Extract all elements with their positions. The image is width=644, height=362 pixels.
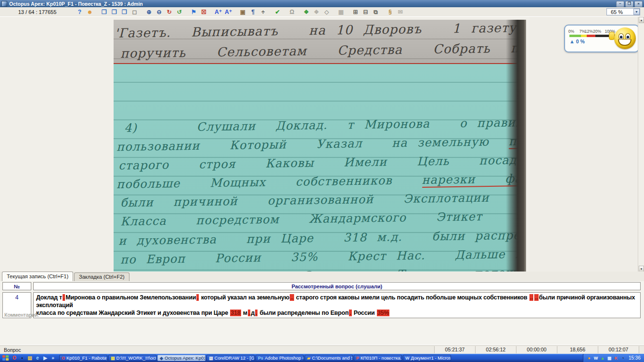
handwriting-text: были причиной организованной Эксплотации [120, 191, 489, 210]
display-tray-icon[interactable]: ▦ [606, 356, 612, 361]
paragraph-icon[interactable]: ¶ [249, 8, 257, 16]
taskbar-button-label: Kp010_F1 - Rabotayd... [66, 355, 107, 361]
snapshot-icon[interactable]: ▣ [239, 8, 247, 16]
uncertain-text: .. [529, 294, 534, 301]
tray-icons: ●W▲▦K◔ [586, 356, 626, 361]
taskbar-button[interactable]: ▧CorelDRAW 12 - [Grap... [206, 355, 255, 361]
question-text-cell[interactable]: Доклад т.Миронова о правильном Землеполь… [33, 292, 641, 318]
tab-current-record[interactable]: Текущая запись (Ctrl+F1) [2, 272, 73, 281]
messenger-tray-icon[interactable]: ● [586, 356, 592, 361]
smiley-icon [614, 27, 636, 49]
toolbar-separator [140, 8, 144, 16]
spring-icon[interactable]: § [386, 8, 394, 16]
zoom-out-icon[interactable]: ⊖ [155, 8, 163, 16]
toolbar-separator [332, 8, 336, 16]
taskbar-button[interactable]: ◈Octopus Apex: Kp010... [157, 355, 206, 361]
taskbar: O▪▤e▶» OKp010_F1 - Rabotayd...▤D:\!!!_WO… [0, 354, 644, 362]
uncertain-text: .. [534, 294, 539, 301]
transcribed-text: д [251, 310, 255, 316]
transcribed-text: класса по средствам Жандарский Этикет и … [36, 310, 230, 316]
tag-gray-icon[interactable]: ❖ [312, 8, 321, 16]
clock[interactable]: 15:36 [629, 355, 641, 361]
chevron-icon[interactable]: » [50, 355, 56, 361]
scanned-document[interactable]: 'Газетъ. Выписыватъ на 10 Дворовъ 1 газе… [114, 20, 526, 272]
add-record-icon[interactable]: ⊞ [351, 8, 360, 16]
ink-bottle-icon[interactable]: ◻ [130, 8, 139, 16]
word-tray-icon[interactable]: W [593, 356, 599, 361]
taskbar-button[interactable]: WДокумент1 - Microsof... [403, 355, 451, 361]
doc-back-icon[interactable]: ❐ [100, 8, 108, 16]
scale-bar-segment [581, 35, 587, 37]
restore-button[interactable]: ❐ [625, 1, 633, 7]
status-timer-cell: 00:00:00 [516, 346, 557, 353]
error-marker-value: 0 % [576, 39, 585, 44]
close-button[interactable]: × [634, 1, 643, 7]
transcribed-text: были распределены по Европ [258, 310, 348, 316]
scroll-up-icon[interactable]: ▲ [639, 17, 644, 23]
taskbar-button-icon: Ps [258, 356, 263, 361]
record-tabs: Текущая запись (Ctrl+F1) Закладка (Ctrl+… [0, 272, 644, 281]
task-buttons: OKp010_F1 - Rabotayd...▤D:\!!!_WORK_!!!\… [59, 355, 451, 361]
archive-icon[interactable]: ▤ [26, 355, 33, 361]
window-controls: −❐× [616, 1, 643, 7]
rotate-icon[interactable]: ↻ [165, 8, 173, 16]
refresh-image-icon[interactable]: ↺ [175, 8, 183, 16]
zoom-in-icon[interactable]: ⊕ [145, 8, 153, 16]
scale-tick-label: 20% [593, 29, 601, 34]
split-row-icon[interactable]: ÷ [259, 8, 267, 16]
image-disabled-icon[interactable]: ▦ [337, 8, 345, 16]
quick-launch: O▪▤e▶» [11, 355, 57, 361]
doc-export-icon[interactable]: ❐ [120, 8, 129, 16]
taskbar-button[interactable]: ▤D:\!!!_WORK_!!!\octo... [108, 355, 156, 361]
handwriting-line: поручить Сельсоветам Средства Собрать по… [120, 39, 526, 61]
opera-icon[interactable]: O [11, 355, 18, 361]
help-icon[interactable]: ? [76, 8, 84, 16]
scale-tick-label: 0% [568, 29, 574, 34]
remove-user-icon[interactable]: ☒ [200, 8, 208, 16]
transcribed-text: который указал на земельную [199, 294, 289, 301]
transcribed-text: м [242, 310, 247, 316]
ie-icon[interactable]: e [34, 355, 41, 361]
confirm-icon[interactable]: ✔ [273, 8, 282, 16]
insert-record-icon[interactable]: ⊟ [361, 8, 370, 16]
network-up-tray-icon[interactable]: ▲ [600, 356, 605, 361]
flag-pane [2, 355, 5, 358]
transcribed-text: России [352, 310, 376, 316]
font-increase-icon[interactable]: A⁺ [214, 8, 222, 16]
flag-pane [6, 358, 9, 361]
mail-disabled-icon[interactable]: ✉ [396, 8, 404, 16]
user-icon[interactable]: ☻ [86, 8, 94, 16]
uncertain-text: .. [290, 294, 294, 301]
taskbar-button[interactable]: OKp010_F1 - Rabotayd... [59, 355, 107, 361]
tag-green-icon[interactable]: ❖ [302, 8, 310, 16]
status-timer-cell: 00:12:07 [598, 346, 639, 353]
update-tray-icon[interactable]: ◔ [620, 356, 626, 361]
merge-records-icon[interactable]: ⧉ [372, 8, 380, 16]
font-increase-small-icon[interactable]: A⁺ [224, 8, 232, 16]
uncertain-text: 318 [230, 310, 241, 316]
taskbar-button[interactable]: PsAdobe Photoshop CS5... [256, 355, 304, 361]
chevron-down-icon[interactable]: ▼ [633, 9, 640, 15]
taskbar-button[interactable]: PКП010П - повестка.p... [354, 355, 402, 361]
taskbar-button[interactable]: ▰C:\Documents and Set... [305, 355, 353, 361]
column-header-number: № [2, 282, 31, 290]
document-gray-region: 'Газетъ. Выписыватъ на 10 Дворовъ 1 газе… [114, 20, 526, 63]
question-table: № Рассмотренный вопрос (слушали) 4 Докла… [2, 282, 641, 318]
pin-icon[interactable]: ⚑ [190, 8, 198, 16]
doc-forward-icon[interactable]: ❐ [110, 8, 118, 16]
antivirus-tray-icon[interactable]: K [613, 356, 619, 361]
application-window: Octopus Apex: Kp010P_F1 - Повестка_Z - 1… [0, 0, 644, 362]
status-timers: 05:21:3702:56:1200:00:0018,65600:12:07 [434, 346, 639, 353]
minimize-button[interactable]: − [616, 1, 624, 7]
omega-icon[interactable]: Ω [288, 8, 296, 16]
column-header-question: Рассмотренный вопрос (слушали) [33, 282, 641, 290]
eraser-icon[interactable]: ◇ [322, 8, 331, 16]
app-dark-icon[interactable]: ▪ [19, 355, 26, 361]
tab-bookmark[interactable]: Закладка (Ctrl+F2) [74, 272, 129, 281]
media-player-icon[interactable]: ▶ [42, 355, 49, 361]
start-icon[interactable] [2, 355, 9, 361]
smiley-mouth [618, 39, 631, 46]
handwriting-line: Класса посредством Жандармского Этикет [120, 210, 482, 228]
status-left-label: Вопрос [0, 347, 434, 353]
viewer-scrollbar[interactable]: ▲ ▼ [638, 17, 644, 272]
